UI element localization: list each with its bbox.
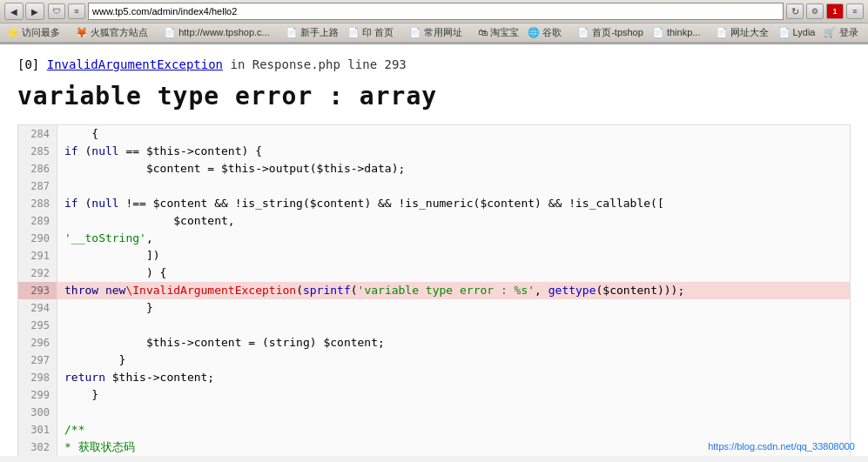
line-content: $this->content = (string) $content;: [57, 334, 850, 352]
badge-icon: 1: [826, 3, 844, 19]
line-number: 287: [18, 177, 57, 195]
bookmark-fav[interactable]: ⭐ 访问最多: [4, 25, 63, 40]
code-line: 289 $content,: [18, 212, 850, 230]
code-block: 284 {285 if (null == $this->content) {28…: [17, 124, 851, 456]
bookmark-tpshop[interactable]: 📄 http://www.tpshop.c...: [161, 26, 273, 39]
code-line: 284 {: [18, 125, 850, 143]
bookmark-thinkp[interactable]: 📄 thinkp...: [649, 26, 703, 39]
code-line: 287: [18, 177, 850, 195]
exception-index: [0]: [17, 57, 39, 71]
tools-icon[interactable]: ⚙: [806, 3, 824, 19]
line-number: 297: [18, 352, 57, 369]
line-content: ) {: [57, 264, 850, 282]
line-content: [57, 177, 850, 195]
bookmarks-bar: ⭐ 访问最多 🦊 火狐官方站点 📄 http://www.tpshop.c...…: [0, 23, 868, 44]
bookmark-newbie[interactable]: 📄 新手上路: [283, 25, 341, 40]
refresh-button[interactable]: ↻: [786, 3, 804, 19]
bookmark-taobao[interactable]: 🛍 淘宝宝: [475, 25, 521, 40]
nav-buttons: ◀ ▶: [4, 3, 44, 20]
line-content: $content,: [57, 212, 850, 230]
line-content: throw new \InvalidArgumentException(spri…: [57, 282, 850, 299]
line-content: {: [57, 125, 850, 143]
line-content: }: [57, 299, 850, 317]
code-line: 297 }: [18, 352, 850, 369]
line-content: if (null !== $content && !is_string($con…: [57, 195, 850, 212]
menu-icon: ≡: [68, 3, 85, 19]
code-line: 292 ) {: [18, 264, 850, 282]
line-number: 286: [18, 160, 57, 177]
line-number: 300: [18, 404, 57, 421]
address-bar-container: 🛡 ≡ ↻ ⚙ 1 ≡: [48, 3, 864, 20]
error-file: Response.php: [252, 57, 340, 71]
code-line: 291 ]): [18, 247, 850, 264]
line-number: 285: [18, 143, 57, 160]
line-number: 301: [18, 421, 57, 439]
shield-icon: 🛡: [48, 3, 65, 19]
back-button[interactable]: ◀: [4, 3, 24, 20]
code-line: 299 }: [18, 386, 850, 404]
line-number: 289: [18, 212, 57, 230]
line-number: 296: [18, 334, 57, 352]
line-content: if (null == $this->content) {: [57, 143, 850, 160]
line-number: 294: [18, 299, 57, 317]
bookmark-common[interactable]: 📄 常用网址: [407, 25, 465, 40]
line-number: 291: [18, 247, 57, 264]
address-bar[interactable]: [88, 3, 784, 20]
line-number: 295: [18, 317, 57, 334]
error-line: 293: [385, 57, 407, 71]
line-number: 292: [18, 264, 57, 282]
line-number: 290: [18, 230, 57, 247]
line-content: }: [57, 386, 850, 404]
code-line: 288 if (null !== $content && !is_string(…: [18, 195, 850, 212]
code-line: 300: [18, 404, 850, 421]
line-number: 299: [18, 386, 57, 404]
line-content: $content = $this->output($this->data);: [57, 160, 850, 177]
toolbar-icons: ⚙ 1 ≡: [806, 3, 864, 19]
bookmark-lydia[interactable]: 📄 Lydia: [776, 26, 818, 39]
code-line: 301 /**: [18, 421, 850, 439]
error-header: [0] InvalidArgumentException in Response…: [17, 57, 851, 71]
browser-chrome: ◀ ▶ 🛡 ≡ ↻ ⚙ 1 ≡ ⭐ 访问最多 🦊 火狐官方站点 📄 http:/…: [0, 0, 868, 44]
code-line: 295: [18, 317, 850, 334]
line-number: 298: [18, 369, 57, 386]
code-line: 290 '__toString',: [18, 230, 850, 247]
security-icons: 🛡 ≡: [48, 3, 85, 19]
line-content: /**: [57, 421, 850, 439]
line-content: [57, 404, 850, 421]
bookmark-google[interactable]: 🌐 谷歌: [525, 25, 564, 40]
line-content: return $this->content;: [57, 369, 850, 386]
bookmark-home-tpshop[interactable]: 📄 首页-tpshop: [575, 25, 646, 40]
line-content: [57, 317, 850, 334]
error-title: variable type error : array: [17, 82, 851, 110]
line-number: 288: [18, 195, 57, 212]
forward-button[interactable]: ▶: [25, 3, 44, 20]
bookmark-login[interactable]: 🛒 登录: [821, 25, 860, 40]
line-content: }: [57, 352, 850, 369]
line-content: ]): [57, 247, 850, 264]
code-line: 285 if (null == $this->content) {: [18, 143, 850, 160]
bookmark-print-home[interactable]: 📄 印 首页: [345, 25, 396, 40]
code-line: 294 }: [18, 299, 850, 317]
line-content: '__toString',: [57, 230, 850, 247]
extra-icon: ≡: [846, 3, 864, 19]
bookmark-firefox[interactable]: 🦊 火狐官方站点: [73, 25, 151, 40]
code-line: 296 $this->content = (string) $content;: [18, 334, 850, 352]
line-number: 302: [18, 439, 57, 456]
watermark: https://blog.csdn.net/qq_33808000: [708, 441, 855, 452]
code-line: 286 $content = $this->output($this->data…: [18, 160, 850, 177]
bookmark-url-nav[interactable]: 📄 网址大全: [713, 25, 771, 40]
code-line: 293 throw new \InvalidArgumentException(…: [18, 282, 850, 299]
code-line: 298 return $this->content;: [18, 369, 850, 386]
line-number: 293: [18, 282, 57, 299]
exception-link[interactable]: InvalidArgumentException: [47, 57, 223, 71]
page-content: [0] InvalidArgumentException in Response…: [0, 44, 868, 456]
line-number: 284: [18, 125, 57, 143]
browser-toolbar: ◀ ▶ 🛡 ≡ ↻ ⚙ 1 ≡: [0, 0, 868, 23]
